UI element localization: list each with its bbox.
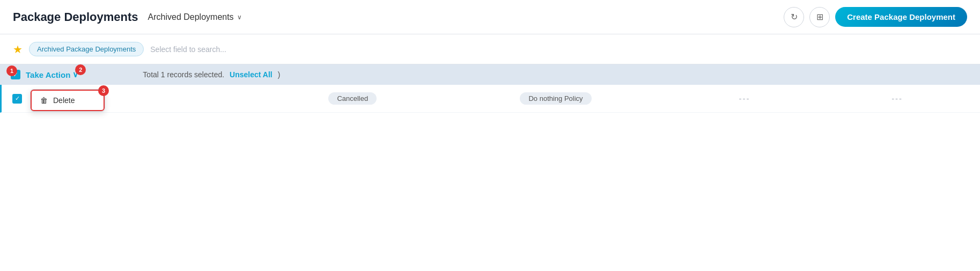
status-badge: Cancelled: [328, 92, 377, 105]
star-icon[interactable]: ★: [13, 43, 23, 56]
archived-dropdown-label: Archived Deployments: [148, 12, 234, 22]
archived-package-deployments-tag[interactable]: Archived Package Deployments: [29, 42, 144, 56]
badge-2: 2: [75, 64, 86, 75]
delete-label: Delete: [53, 96, 75, 105]
create-package-deployment-button[interactable]: Create Package Deployment: [835, 7, 967, 27]
policy-badge: Do nothing Policy: [520, 92, 591, 105]
top-bar: Package Deployments Archived Deployments…: [0, 0, 980, 34]
top-bar-left: Package Deployments Archived Deployments…: [13, 10, 246, 24]
table-content: ✓ snagit Cancelled Do nothing Policy ---…: [0, 85, 980, 271]
grid-view-button[interactable]: ⊞: [809, 7, 830, 27]
col4-cell: ---: [673, 94, 817, 103]
paren-close: ): [278, 70, 281, 79]
trash-icon: 🗑: [40, 96, 48, 105]
badge-1: 1: [6, 65, 17, 76]
unselect-all-link[interactable]: Unselect All: [230, 70, 272, 79]
row-checkmark-icon: ✓: [15, 95, 20, 102]
take-action-button[interactable]: Take Action ∨: [26, 70, 78, 79]
top-bar-right: ↻ ⊞ Create Package Deployment: [784, 7, 967, 27]
refresh-button[interactable]: ↻: [784, 7, 804, 27]
policy-cell: Do nothing Policy: [448, 92, 664, 105]
row-checkbox[interactable]: ✓: [12, 94, 22, 104]
take-action-wrapper: Take Action ∨ 2: [26, 70, 78, 79]
action-dropdown-menu: 🗑 Delete 3: [30, 89, 105, 112]
col5-cell: ---: [825, 94, 969, 103]
search-bar: ★ Archived Package Deployments Select fi…: [0, 34, 980, 64]
grid-icon: ⊞: [816, 12, 823, 22]
archived-dropdown[interactable]: Archived Deployments ∨: [144, 10, 246, 24]
page-title: Package Deployments: [13, 10, 138, 24]
badge-3: 3: [98, 85, 109, 96]
search-placeholder[interactable]: Select field to search...: [150, 45, 967, 54]
records-text: Total 1 records selected.: [143, 70, 224, 79]
delete-menu-item[interactable]: 🗑 Delete 3: [31, 90, 105, 111]
refresh-icon: ↻: [791, 12, 798, 22]
status-cell: Cancelled: [266, 92, 439, 105]
chevron-down-icon: ∨: [237, 13, 242, 21]
action-bar: ✓ 1 Take Action ∨ 2 🗑 Delete 3 Total 1 r…: [0, 64, 980, 85]
table-row: ✓ snagit Cancelled Do nothing Policy ---…: [0, 85, 980, 113]
take-action-label: Take Action: [26, 70, 70, 79]
